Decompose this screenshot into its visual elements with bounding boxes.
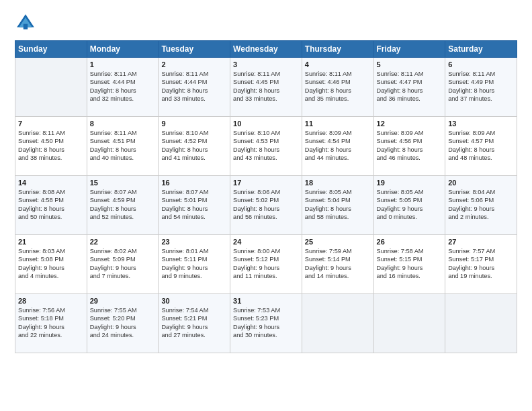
day-info: Sunrise: 8:11 AMSunset: 4:46 PMDaylight:… xyxy=(305,70,371,103)
calendar-cell: 23Sunrise: 8:01 AMSunset: 5:11 PMDayligh… xyxy=(159,235,230,294)
day-info: Sunrise: 8:07 AMSunset: 4:59 PMDaylight:… xyxy=(90,188,156,222)
day-number: 12 xyxy=(377,120,443,128)
weekday-header-monday: Monday xyxy=(87,41,159,58)
day-number: 24 xyxy=(233,238,299,246)
calendar-cell: 3Sunrise: 8:11 AMSunset: 4:45 PMDaylight… xyxy=(230,58,302,117)
day-number: 26 xyxy=(377,238,443,246)
calendar-cell: 30Sunrise: 7:54 AMSunset: 5:21 PMDayligh… xyxy=(159,294,230,353)
day-info: Sunrise: 7:55 AMSunset: 5:20 PMDaylight:… xyxy=(90,306,156,340)
logo xyxy=(15,12,39,34)
day-info: Sunrise: 8:04 AMSunset: 5:06 PMDaylight:… xyxy=(448,188,514,222)
calendar-cell: 27Sunrise: 7:57 AMSunset: 5:17 PMDayligh… xyxy=(445,235,517,294)
day-info: Sunrise: 8:11 AMSunset: 4:51 PMDaylight:… xyxy=(90,129,156,163)
weekday-header-wednesday: Wednesday xyxy=(230,41,302,58)
calendar-cell xyxy=(445,294,517,353)
day-info: Sunrise: 8:11 AMSunset: 4:49 PMDaylight:… xyxy=(448,70,514,103)
day-info: Sunrise: 7:54 AMSunset: 5:21 PMDaylight:… xyxy=(161,306,227,340)
day-number: 1 xyxy=(90,60,156,68)
calendar-cell: 13Sunrise: 8:09 AMSunset: 4:57 PMDayligh… xyxy=(445,117,517,176)
calendar-cell: 26Sunrise: 7:58 AMSunset: 5:15 PMDayligh… xyxy=(373,235,445,294)
svg-rect-2 xyxy=(24,24,28,30)
weekday-header-tuesday: Tuesday xyxy=(159,41,230,58)
day-number: 29 xyxy=(90,297,156,305)
day-number: 6 xyxy=(448,60,514,68)
day-info: Sunrise: 8:03 AMSunset: 5:08 PMDaylight:… xyxy=(18,247,84,281)
day-info: Sunrise: 8:11 AMSunset: 4:44 PMDaylight:… xyxy=(90,70,156,103)
calendar-cell: 31Sunrise: 7:53 AMSunset: 5:23 PMDayligh… xyxy=(230,294,302,353)
calendar-week-row: 1Sunrise: 8:11 AMSunset: 4:44 PMDaylight… xyxy=(15,58,517,117)
calendar-cell: 24Sunrise: 8:00 AMSunset: 5:12 PMDayligh… xyxy=(230,235,302,294)
calendar-cell: 2Sunrise: 8:11 AMSunset: 4:44 PMDaylight… xyxy=(159,58,230,117)
day-info: Sunrise: 7:59 AMSunset: 5:14 PMDaylight:… xyxy=(305,247,371,281)
day-number: 9 xyxy=(161,120,227,128)
day-number: 3 xyxy=(233,60,299,68)
day-number: 10 xyxy=(233,120,299,128)
day-info: Sunrise: 8:06 AMSunset: 5:02 PMDaylight:… xyxy=(233,188,299,222)
calendar-cell: 11Sunrise: 8:09 AMSunset: 4:54 PMDayligh… xyxy=(302,117,373,176)
day-info: Sunrise: 8:05 AMSunset: 5:05 PMDaylight:… xyxy=(377,188,443,222)
calendar-cell: 28Sunrise: 7:56 AMSunset: 5:18 PMDayligh… xyxy=(15,294,87,353)
day-number: 21 xyxy=(18,238,84,246)
day-number: 11 xyxy=(305,120,371,128)
day-number: 23 xyxy=(161,238,227,246)
calendar-cell: 1Sunrise: 8:11 AMSunset: 4:44 PMDaylight… xyxy=(87,58,159,117)
day-number: 5 xyxy=(377,60,443,68)
weekday-header-saturday: Saturday xyxy=(445,41,517,58)
day-info: Sunrise: 8:10 AMSunset: 4:53 PMDaylight:… xyxy=(233,129,299,163)
logo-icon xyxy=(15,12,36,34)
day-info: Sunrise: 8:11 AMSunset: 4:45 PMDaylight:… xyxy=(233,70,299,103)
calendar-cell: 5Sunrise: 8:11 AMSunset: 4:47 PMDaylight… xyxy=(373,58,445,117)
day-info: Sunrise: 7:53 AMSunset: 5:23 PMDaylight:… xyxy=(233,306,299,340)
calendar-cell: 10Sunrise: 8:10 AMSunset: 4:53 PMDayligh… xyxy=(230,117,302,176)
day-info: Sunrise: 8:11 AMSunset: 4:44 PMDaylight:… xyxy=(161,70,227,103)
day-info: Sunrise: 8:11 AMSunset: 4:50 PMDaylight:… xyxy=(18,129,84,163)
page: SundayMondayTuesdayWednesdayThursdayFrid… xyxy=(0,0,532,411)
day-number: 19 xyxy=(377,179,443,187)
day-number: 22 xyxy=(90,238,156,246)
calendar-cell: 21Sunrise: 8:03 AMSunset: 5:08 PMDayligh… xyxy=(15,235,87,294)
day-info: Sunrise: 8:09 AMSunset: 4:56 PMDaylight:… xyxy=(377,129,443,163)
day-number: 14 xyxy=(18,179,84,187)
day-info: Sunrise: 8:09 AMSunset: 4:54 PMDaylight:… xyxy=(305,129,371,163)
day-info: Sunrise: 8:08 AMSunset: 4:58 PMDaylight:… xyxy=(18,188,84,222)
calendar-cell: 8Sunrise: 8:11 AMSunset: 4:51 PMDaylight… xyxy=(87,117,159,176)
day-info: Sunrise: 8:00 AMSunset: 5:12 PMDaylight:… xyxy=(233,247,299,281)
day-number: 30 xyxy=(161,297,227,305)
day-number: 2 xyxy=(161,60,227,68)
calendar-cell: 12Sunrise: 8:09 AMSunset: 4:56 PMDayligh… xyxy=(373,117,445,176)
header xyxy=(15,12,517,34)
day-info: Sunrise: 8:09 AMSunset: 4:57 PMDaylight:… xyxy=(448,129,514,163)
calendar-cell: 9Sunrise: 8:10 AMSunset: 4:52 PMDaylight… xyxy=(159,117,230,176)
day-number: 25 xyxy=(305,238,371,246)
weekday-header-row: SundayMondayTuesdayWednesdayThursdayFrid… xyxy=(15,41,517,58)
day-number: 13 xyxy=(448,120,514,128)
calendar-cell: 15Sunrise: 8:07 AMSunset: 4:59 PMDayligh… xyxy=(87,176,159,235)
day-number: 31 xyxy=(233,297,299,305)
day-number: 20 xyxy=(448,179,514,187)
weekday-header-friday: Friday xyxy=(373,41,445,58)
day-number: 7 xyxy=(18,120,84,128)
calendar-week-row: 14Sunrise: 8:08 AMSunset: 4:58 PMDayligh… xyxy=(15,176,517,235)
calendar-week-row: 7Sunrise: 8:11 AMSunset: 4:50 PMDaylight… xyxy=(15,117,517,176)
calendar-cell xyxy=(15,58,87,117)
day-info: Sunrise: 8:05 AMSunset: 5:04 PMDaylight:… xyxy=(305,188,371,222)
calendar-cell xyxy=(373,294,445,353)
calendar-table: SundayMondayTuesdayWednesdayThursdayFrid… xyxy=(15,40,517,353)
calendar-cell: 16Sunrise: 8:07 AMSunset: 5:01 PMDayligh… xyxy=(159,176,230,235)
weekday-header-sunday: Sunday xyxy=(15,41,87,58)
day-info: Sunrise: 8:11 AMSunset: 4:47 PMDaylight:… xyxy=(377,70,443,103)
calendar-cell: 19Sunrise: 8:05 AMSunset: 5:05 PMDayligh… xyxy=(373,176,445,235)
weekday-header-thursday: Thursday xyxy=(302,41,373,58)
day-info: Sunrise: 8:10 AMSunset: 4:52 PMDaylight:… xyxy=(161,129,227,163)
day-info: Sunrise: 8:02 AMSunset: 5:09 PMDaylight:… xyxy=(90,247,156,281)
day-info: Sunrise: 7:56 AMSunset: 5:18 PMDaylight:… xyxy=(18,306,84,340)
calendar-cell: 20Sunrise: 8:04 AMSunset: 5:06 PMDayligh… xyxy=(445,176,517,235)
calendar-cell: 29Sunrise: 7:55 AMSunset: 5:20 PMDayligh… xyxy=(87,294,159,353)
day-info: Sunrise: 8:07 AMSunset: 5:01 PMDaylight:… xyxy=(161,188,227,222)
calendar-cell: 18Sunrise: 8:05 AMSunset: 5:04 PMDayligh… xyxy=(302,176,373,235)
day-number: 16 xyxy=(161,179,227,187)
calendar-week-row: 21Sunrise: 8:03 AMSunset: 5:08 PMDayligh… xyxy=(15,235,517,294)
day-number: 18 xyxy=(305,179,371,187)
calendar-week-row: 28Sunrise: 7:56 AMSunset: 5:18 PMDayligh… xyxy=(15,294,517,353)
day-number: 28 xyxy=(18,297,84,305)
